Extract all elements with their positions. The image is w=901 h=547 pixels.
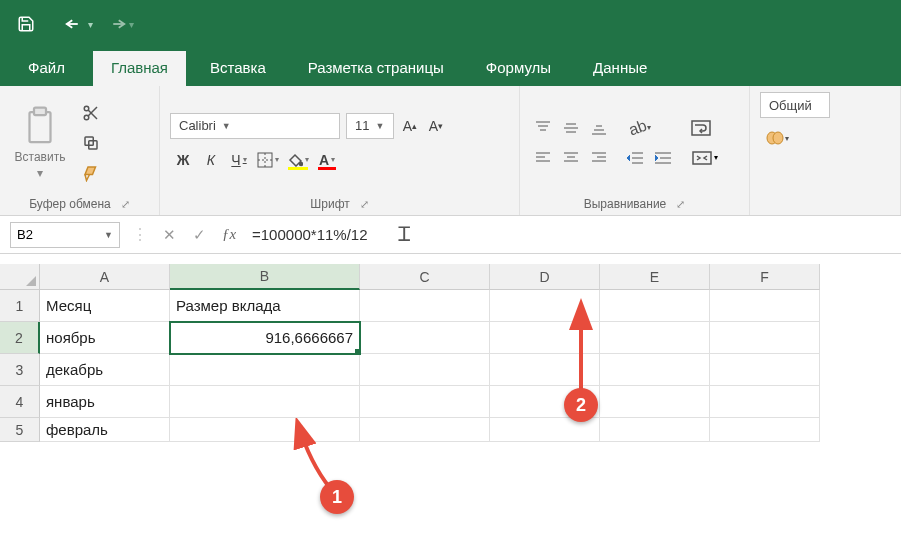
- paste-label: Вставить: [15, 150, 66, 164]
- align-bottom-button[interactable]: [586, 116, 612, 140]
- col-header-F[interactable]: F: [710, 264, 820, 290]
- indent-icon: [654, 151, 672, 165]
- cell[interactable]: [710, 290, 820, 322]
- align-center-button[interactable]: [558, 146, 584, 170]
- increase-font-button[interactable]: A▴: [400, 114, 420, 138]
- align-top-button[interactable]: [530, 116, 556, 140]
- tab-page-layout[interactable]: Разметка страницы: [290, 51, 462, 86]
- col-header-C[interactable]: C: [360, 264, 490, 290]
- orientation-button[interactable]: ab▾: [622, 116, 658, 140]
- svg-rect-8: [258, 153, 272, 167]
- row-header-2[interactable]: 2: [0, 322, 40, 354]
- tab-insert[interactable]: Вставка: [192, 51, 284, 86]
- cell[interactable]: [170, 354, 360, 386]
- number-format-combo[interactable]: Общий: [760, 92, 830, 118]
- align-right-icon: [591, 150, 607, 166]
- text-cursor-icon: Ꮖ: [398, 223, 411, 246]
- align-right-button[interactable]: [586, 146, 612, 170]
- align-middle-button[interactable]: [558, 116, 584, 140]
- enter-formula-button[interactable]: ✓: [184, 226, 214, 244]
- cell[interactable]: [360, 354, 490, 386]
- cancel-formula-button[interactable]: ✕: [154, 226, 184, 244]
- cell[interactable]: [360, 386, 490, 418]
- callout-badge-2: 2: [564, 388, 598, 422]
- col-header-D[interactable]: D: [490, 264, 600, 290]
- cell[interactable]: [600, 354, 710, 386]
- cell[interactable]: Размер вклада: [170, 290, 360, 322]
- copy-button[interactable]: [76, 131, 106, 155]
- cell[interactable]: [600, 418, 710, 442]
- cell[interactable]: [360, 290, 490, 322]
- font-color-button[interactable]: А▾: [314, 147, 340, 173]
- cell[interactable]: ноябрь: [40, 322, 170, 354]
- align-left-button[interactable]: [530, 146, 556, 170]
- accounting-format-button[interactable]: ▾: [760, 126, 794, 150]
- cell[interactable]: февраль: [40, 418, 170, 442]
- border-button[interactable]: ▾: [254, 147, 282, 173]
- decrease-font-button[interactable]: A▾: [426, 114, 446, 138]
- underline-button[interactable]: Ч▾: [226, 147, 252, 173]
- clipboard-icon: [22, 106, 58, 148]
- undo-button[interactable]: ▾: [60, 16, 97, 32]
- col-header-B[interactable]: B: [170, 264, 360, 290]
- cut-button[interactable]: [76, 101, 106, 125]
- increase-indent-button[interactable]: [650, 146, 676, 170]
- format-painter-button[interactable]: [76, 161, 106, 185]
- tab-formulas[interactable]: Формулы: [468, 51, 569, 86]
- col-header-A[interactable]: A: [40, 264, 170, 290]
- col-header-E[interactable]: E: [600, 264, 710, 290]
- redo-button[interactable]: ▾: [101, 16, 138, 32]
- formula-input[interactable]: =100000*11%/12 Ꮖ: [244, 222, 901, 248]
- cell[interactable]: [710, 354, 820, 386]
- tab-home[interactable]: Главная: [93, 51, 186, 86]
- bold-button[interactable]: Ж: [170, 147, 196, 173]
- name-box[interactable]: B2 ▼: [10, 222, 120, 248]
- select-all-button[interactable]: [0, 264, 40, 290]
- cell-reference: B2: [17, 227, 33, 242]
- dialog-launcher-icon[interactable]: ⤢: [360, 198, 369, 211]
- align-top-icon: [535, 120, 551, 136]
- save-icon: [17, 15, 35, 33]
- align-center-icon: [563, 150, 579, 166]
- cell[interactable]: [600, 290, 710, 322]
- align-bottom-icon: [591, 120, 607, 136]
- tab-file[interactable]: Файл: [18, 51, 87, 86]
- fill-color-button[interactable]: ▾: [284, 147, 312, 173]
- font-name-combo[interactable]: Calibri▼: [170, 113, 340, 139]
- cell-selected[interactable]: 916,6666667: [170, 322, 360, 354]
- spreadsheet-grid: A B C D E F 1 Месяц Размер вклада 2 нояб…: [0, 264, 901, 442]
- font-size-combo[interactable]: 11▼: [346, 113, 394, 139]
- cell[interactable]: [360, 418, 490, 442]
- cell[interactable]: Месяц: [40, 290, 170, 322]
- dropdown-caret-icon: ▼: [222, 121, 231, 131]
- cell[interactable]: [600, 386, 710, 418]
- tab-data[interactable]: Данные: [575, 51, 665, 86]
- row-header-1[interactable]: 1: [0, 290, 40, 322]
- decrease-indent-button[interactable]: [622, 146, 648, 170]
- cell[interactable]: [600, 322, 710, 354]
- merge-button[interactable]: ▾: [686, 146, 724, 170]
- row-header-3[interactable]: 3: [0, 354, 40, 386]
- dialog-launcher-icon[interactable]: ⤢: [121, 198, 130, 211]
- row-header-5[interactable]: 5: [0, 418, 40, 442]
- row-header-4[interactable]: 4: [0, 386, 40, 418]
- border-icon: [257, 152, 273, 168]
- titlebar: ▾ ▾: [0, 0, 901, 48]
- cell[interactable]: декабрь: [40, 354, 170, 386]
- insert-function-button[interactable]: ƒx: [214, 226, 244, 243]
- cell[interactable]: [360, 322, 490, 354]
- wrap-text-button[interactable]: [686, 116, 716, 140]
- paintbrush-icon: [81, 164, 101, 182]
- dialog-launcher-icon[interactable]: ⤢: [676, 198, 685, 211]
- svg-point-39: [773, 132, 783, 144]
- save-button[interactable]: [12, 10, 40, 38]
- ribbon: Вставить ▾ Буфер обмена⤢ Calibri▼ 11▼ A▴…: [0, 86, 901, 216]
- cell[interactable]: [170, 386, 360, 418]
- cell[interactable]: январь: [40, 386, 170, 418]
- italic-button[interactable]: К: [198, 147, 224, 173]
- paste-button[interactable]: Вставить ▾: [10, 102, 70, 184]
- cell[interactable]: [710, 322, 820, 354]
- cell[interactable]: [710, 386, 820, 418]
- cell[interactable]: [710, 418, 820, 442]
- svg-rect-0: [30, 112, 51, 142]
